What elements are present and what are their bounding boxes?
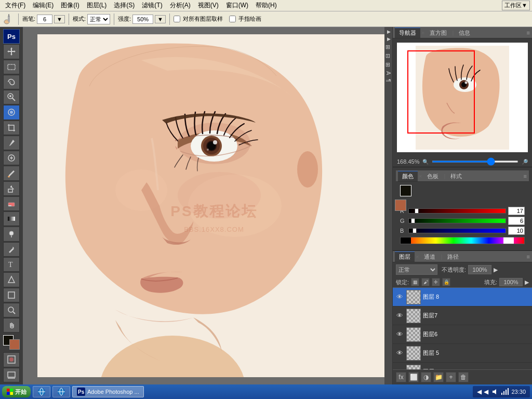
r-slider-thumb[interactable] bbox=[415, 208, 419, 214]
tool-quick-mask[interactable] bbox=[3, 352, 20, 367]
navigator-close[interactable]: ≡ bbox=[527, 30, 530, 36]
layer-row-5[interactable]: 👁 图层 5 bbox=[393, 344, 532, 363]
layer-visibility-7[interactable]: 👁 bbox=[395, 311, 404, 321]
tab-styles[interactable]: 样式 bbox=[446, 171, 466, 181]
menu-help[interactable]: 帮助(H) bbox=[252, 0, 280, 11]
color-spectrum[interactable] bbox=[400, 237, 525, 244]
canvas-area[interactable]: PS教程论坛 BBS.16XX8.COM bbox=[23, 27, 384, 384]
tool-text[interactable]: T bbox=[3, 257, 20, 272]
tool-zoom[interactable] bbox=[3, 303, 20, 317]
panel-tool-5[interactable]: ¶ bbox=[384, 78, 393, 83]
tab-swatches[interactable]: 色板 bbox=[423, 171, 443, 181]
strength-picker[interactable]: ▼ bbox=[155, 15, 166, 23]
layer-delete-button[interactable]: 🗑 bbox=[458, 372, 469, 382]
workspace-button[interactable]: 工作区▼ bbox=[502, 1, 530, 10]
layer-mask-button[interactable]: ⬜ bbox=[408, 372, 419, 382]
tool-blur[interactable] bbox=[3, 105, 20, 119]
opacity-input[interactable] bbox=[468, 265, 491, 274]
g-slider-thumb[interactable] bbox=[411, 218, 415, 223]
tool-clone[interactable] bbox=[3, 181, 20, 196]
menu-filter[interactable]: 滤镜(T) bbox=[139, 0, 165, 11]
background-swatch[interactable] bbox=[395, 200, 406, 211]
ie2-taskbar-btn[interactable] bbox=[52, 386, 70, 397]
ie-taskbar-btn[interactable] bbox=[33, 386, 50, 397]
tab-layers[interactable]: 图层 bbox=[395, 251, 415, 262]
panel-expand-icon-1[interactable]: ▶ bbox=[386, 29, 391, 34]
b-slider-track[interactable] bbox=[408, 228, 506, 233]
tab-navigator[interactable]: 导航器 bbox=[395, 28, 420, 38]
tool-screen-mode[interactable] bbox=[3, 368, 20, 382]
tool-pen[interactable] bbox=[3, 242, 20, 257]
layer-group-button[interactable]: 📁 bbox=[433, 372, 444, 382]
network-icon[interactable] bbox=[501, 388, 509, 396]
panel-tool-1[interactable]: ⊞ bbox=[384, 44, 393, 50]
layer-new-button[interactable]: + bbox=[446, 372, 456, 382]
color-close[interactable]: ≡ bbox=[524, 173, 527, 179]
layer-adjustment-button[interactable]: ◑ bbox=[421, 372, 431, 382]
finger-paint-checkbox[interactable] bbox=[229, 16, 236, 22]
b-slider-thumb[interactable] bbox=[413, 228, 417, 233]
zoom-slider[interactable] bbox=[432, 161, 518, 163]
fill-input[interactable] bbox=[499, 278, 523, 286]
panel-expand-icon-2[interactable]: ▶ bbox=[386, 36, 391, 42]
menu-image[interactable]: 图像(I) bbox=[58, 0, 82, 11]
tray-icon-1[interactable]: ◀ bbox=[477, 388, 482, 395]
tool-erase[interactable] bbox=[3, 196, 20, 211]
all-layers-checkbox[interactable] bbox=[174, 16, 180, 22]
layer-fx-button[interactable]: fx bbox=[396, 372, 406, 382]
layer-row-6[interactable]: 👁 图层6 bbox=[393, 325, 532, 344]
menu-edit[interactable]: 编辑(E) bbox=[30, 0, 57, 11]
fill-arrow[interactable]: ▶ bbox=[525, 279, 529, 286]
panel-tool-3[interactable]: ⊞ bbox=[384, 61, 393, 68]
foreground-swatch[interactable] bbox=[400, 185, 411, 196]
tool-move[interactable] bbox=[3, 44, 20, 59]
brush-picker-button[interactable]: ▼ bbox=[54, 15, 65, 23]
mode-select[interactable]: 正常 bbox=[87, 14, 110, 24]
lock-brush[interactable]: 🖌 bbox=[421, 278, 430, 286]
photoshop-taskbar-btn[interactable]: Ps Adobe Photoshop ... bbox=[72, 386, 144, 397]
tab-info[interactable]: 信息 bbox=[455, 28, 474, 38]
menu-view[interactable]: 视图(V) bbox=[195, 0, 222, 11]
r-value-input[interactable] bbox=[508, 207, 525, 215]
tool-magic-wand[interactable] bbox=[3, 90, 20, 104]
tab-histogram[interactable]: 直方图 bbox=[425, 28, 451, 38]
lock-all[interactable]: 🔒 bbox=[442, 278, 450, 286]
tool-dodge[interactable] bbox=[3, 227, 20, 241]
tool-anchor[interactable] bbox=[3, 272, 20, 287]
menu-window[interactable]: 窗口(W) bbox=[223, 0, 251, 11]
zoom-in-icon[interactable]: 🔎 bbox=[522, 159, 528, 165]
opacity-arrow[interactable]: ▶ bbox=[494, 267, 498, 273]
tool-shape[interactable] bbox=[3, 288, 20, 302]
tool-eyedropper[interactable] bbox=[3, 136, 20, 150]
start-button[interactable]: 开始 bbox=[2, 386, 31, 397]
layer-blend-mode-select[interactable]: 正常 bbox=[396, 264, 437, 275]
tab-paths[interactable]: 路径 bbox=[443, 251, 463, 262]
g-value-input[interactable] bbox=[508, 217, 525, 225]
tool-brush[interactable] bbox=[3, 166, 20, 180]
zoom-out-icon[interactable]: 🔍 bbox=[422, 159, 429, 165]
tab-color[interactable]: 颜色 bbox=[398, 171, 418, 181]
menu-analysis[interactable]: 分析(A) bbox=[167, 0, 194, 11]
layer-row-7[interactable]: 👁 图层7 bbox=[393, 307, 532, 325]
tool-hand[interactable] bbox=[3, 318, 20, 332]
r-slider-track[interactable] bbox=[408, 208, 506, 214]
volume-icon[interactable] bbox=[490, 388, 499, 396]
layers-close[interactable]: ≡ bbox=[527, 254, 530, 260]
tool-gradient[interactable] bbox=[3, 211, 20, 226]
panel-tool-4[interactable]: A bbox=[384, 70, 393, 76]
layer-row-4[interactable]: 👁 图层 4 bbox=[393, 363, 532, 369]
panel-tool-2[interactable]: ⊟ bbox=[384, 52, 393, 59]
menu-select[interactable]: 选择(S) bbox=[111, 0, 138, 11]
tool-rect-select[interactable] bbox=[3, 60, 20, 74]
g-slider-track[interactable] bbox=[408, 218, 506, 223]
tool-crop[interactable] bbox=[3, 121, 20, 135]
tray-icon-2[interactable]: ◀ bbox=[484, 388, 488, 395]
tool-lasso[interactable] bbox=[3, 75, 20, 89]
strength-input[interactable] bbox=[132, 15, 153, 24]
layer-visibility-8[interactable]: 👁 bbox=[395, 292, 404, 302]
brush-size-input[interactable] bbox=[37, 15, 52, 24]
tool-heal[interactable] bbox=[3, 151, 20, 165]
menu-layer[interactable]: 图层(L) bbox=[84, 0, 110, 11]
lock-checkerboard[interactable]: ▦ bbox=[411, 278, 419, 286]
navigator-viewport-box[interactable] bbox=[407, 50, 475, 134]
